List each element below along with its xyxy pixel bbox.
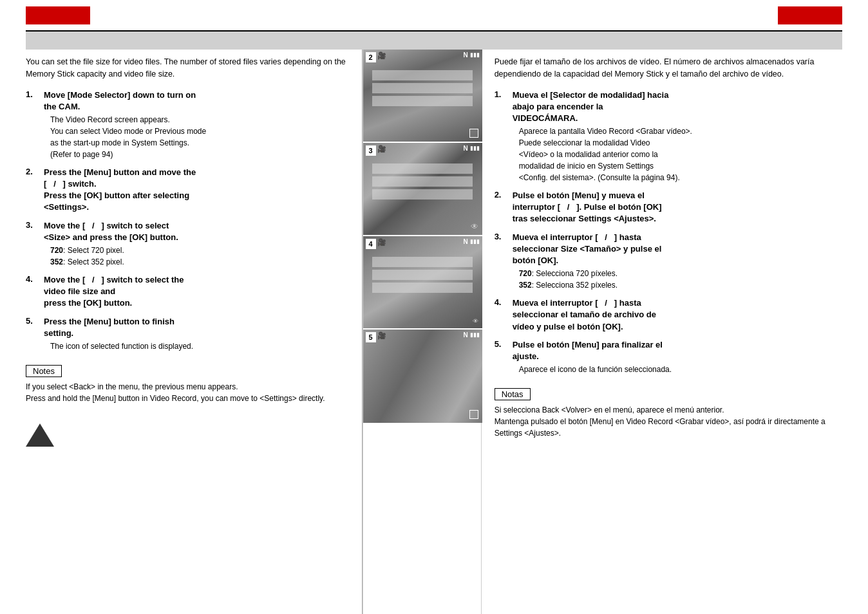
image-panel-5: 5 🎥 N ▮▮▮ [363,330,482,423]
battery-icon-3: ▮▮▮ [470,145,480,151]
panel-number-2: 2 [366,52,376,62]
n-icon-5: N [463,331,467,339]
menu-bar-3a [372,163,472,174]
menu-bar-3c [372,189,472,200]
notes-title-right: Notas [495,388,531,400]
battery-icon-5: ▮▮▮ [470,331,480,338]
panel-number-4: 4 [366,239,376,249]
watermark-4: 👁 [473,318,478,324]
right-step-5-body: Aparece el icono de la función seleccion… [513,364,855,375]
watermark-3: 👁 [471,222,478,231]
triangle-up-icon [26,423,54,447]
right-step-1-title: Mueva el [Selector de modalidad] hacia a… [513,89,855,125]
camera-icon-2: 🎥 [377,51,386,60]
notes-title-left: Notes [26,365,62,377]
step-3-num: 3. [26,220,39,230]
image-panel-3: 3 🎥 N ▮▮▮ 👁 [363,143,482,236]
battery-icon-2: ▮▮▮ [470,51,480,58]
menu-bar-4c [372,283,472,293]
right-step-5-num: 5. [495,339,507,349]
triangle-arrow-section [26,423,349,447]
step-3: 3. Move the [ / ] switch to select <Size… [26,220,349,268]
right-step-1-num: 1. [495,89,507,99]
right-step-3-body: 720: Selecciona 720 píxeles. 352: Selecc… [513,268,855,291]
camera-icon-3: 🎥 [377,145,386,153]
menu-bar-2c [372,96,472,106]
right-step-3: 3. Mueva el interruptor [ / ] hasta sele… [495,232,855,292]
right-step-4-title: Mueva el interruptor [ / ] hasta selecci… [513,297,855,333]
step-3-body: 720: Select 720 pixel. 352: Select 352 p… [44,245,349,268]
step-1-body: The Video Record screen appears. You can… [44,114,349,160]
right-step-4-content: Mueva el interruptor [ / ] hasta selecci… [513,297,855,333]
right-column: Puede fijar el tamaño de los archivos de… [482,50,868,614]
step-1-title: Move [Mode Selector] down to turn onthe … [44,89,349,113]
main-layout: You can set the file size for video file… [0,50,868,614]
menu-bar-4b [372,270,472,280]
image-bg-4: 4 🎥 N ▮▮▮ 👁 [363,236,482,328]
right-steps: 1. Mueva el [Selector de modalidad] haci… [495,89,855,376]
step-1-num: 1. [26,89,39,99]
right-step-2: 2. Pulse el botón [Menu] y mueva el inte… [495,190,855,225]
step-4-num: 4. [26,274,39,284]
section-header-bar [26,32,842,50]
notes-section-right: Notas Si selecciona Back <Volver> en el … [495,388,855,439]
right-intro: Puede fijar el tamaño de los archivos de… [495,56,855,80]
panel-number-3: 3 [366,145,376,156]
right-step-1: 1. Mueva el [Selector de modalidad] haci… [495,89,855,184]
right-step-5-content: Pulse el botón [Menu] para finalizar el … [513,339,855,375]
step-4: 4. Move the [ / ] switch to select the v… [26,274,349,310]
right-step-2-content: Pulse el botón [Menu] y mueva el interru… [513,190,855,225]
header-badge-right [778,6,842,24]
step-2-content: Press the [Menu] button and move the [ /… [44,167,349,214]
right-step-4-num: 4. [495,297,507,307]
step-2-title: Press the [Menu] button and move the [ /… [44,167,349,214]
camera-icon-4: 🎥 [377,238,386,247]
step-2: 2. Press the [Menu] button and move the … [26,167,349,214]
step-5-num: 5. [26,316,39,326]
camera-icon-5: 🎥 [377,331,386,340]
menu-bar-2a [372,70,472,80]
left-intro: You can set the file size for video file… [26,56,349,80]
image-bg-3: 3 🎥 N ▮▮▮ 👁 [363,143,482,235]
right-step-3-num: 3. [495,232,507,241]
image-panels: 2 🎥 N ▮▮▮ 3 🎥 N ▮▮▮ [363,50,482,614]
step-1: 1. Move [Mode Selector] down to turn ont… [26,89,349,160]
menu-bar-4a [372,257,472,267]
left-column: You can set the file size for video file… [0,50,363,614]
step-5-body: The icon of selected function is display… [44,340,349,352]
image-bg-5: 5 🎥 N ▮▮▮ [363,330,482,423]
notes-text-right: Si selecciona Back <Volver> en el menú, … [495,404,855,439]
right-step-1-content: Mueva el [Selector de modalidad] hacia a… [513,89,855,184]
image-bg-2: 2 🎥 N ▮▮▮ [363,50,482,142]
header-badge-left [26,6,90,24]
step-5: 5. Press the [Menu] button to finish set… [26,316,349,352]
n-icon-2: N [463,51,467,59]
step-4-title: Move the [ / ] switch to select the vide… [44,274,349,310]
battery-icon-4: ▮▮▮ [470,238,480,245]
right-step-2-title: Pulse el botón [Menu] y mueva el interru… [513,190,855,225]
right-step-5: 5. Pulse el botón [Menu] para finalizar … [495,339,855,375]
right-step-2-num: 2. [495,190,507,200]
panel-checkbox-5 [469,410,478,419]
step-2-num: 2. [26,167,39,176]
right-step-3-content: Mueva el interruptor [ / ] hasta selecci… [513,232,855,292]
right-step-4: 4. Mueva el interruptor [ / ] hasta sele… [495,297,855,333]
right-step-3-title: Mueva el interruptor [ / ] hasta selecci… [513,232,855,267]
menu-bar-2b [372,83,472,93]
page-container: You can set the file size for video file… [0,0,868,614]
step-5-content: Press the [Menu] button to finish settin… [44,316,349,352]
notes-text-left: If you select <Back> in the menu, the pr… [26,381,349,404]
step-1-content: Move [Mode Selector] down to turn onthe … [44,89,349,160]
step-3-content: Move the [ / ] switch to select <Size> a… [44,220,349,268]
n-icon-4: N [463,238,467,245]
right-step-5-title: Pulse el botón [Menu] para finalizar el … [513,339,855,362]
image-panel-4: 4 🎥 N ▮▮▮ 👁 [363,236,482,330]
step-5-title: Press the [Menu] button to finish settin… [44,316,349,339]
n-icon-3: N [463,145,467,152]
right-step-1-body: Aparece la pantalla Video Record <Grabar… [513,126,855,183]
left-steps: 1. Move [Mode Selector] down to turn ont… [26,89,349,352]
panel-number-5: 5 [366,332,376,342]
notes-section: Notes If you select <Back> in the menu, … [26,365,349,404]
panel-checkbox-2 [469,129,478,138]
step-4-content: Move the [ / ] switch to select the vide… [44,274,349,310]
